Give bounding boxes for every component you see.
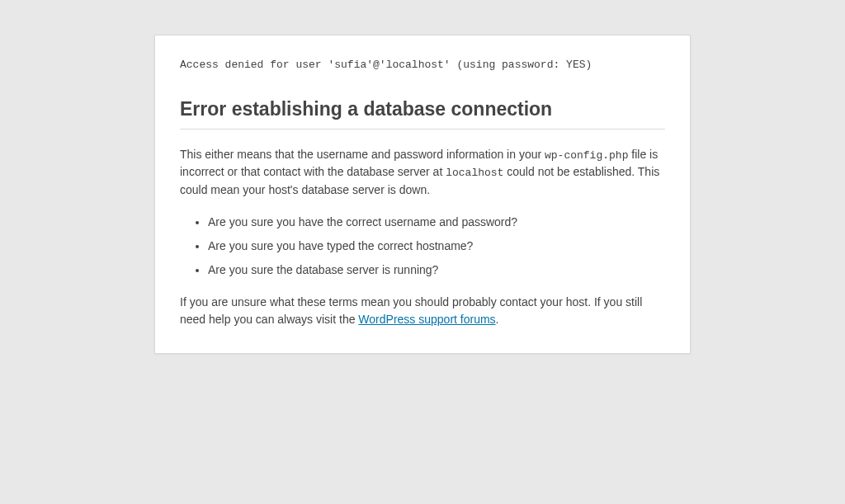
hostname-code: localhost <box>446 167 503 179</box>
troubleshooting-list: Are you sure you have the correct userna… <box>180 214 665 279</box>
intro-text-1: This either means that the username and … <box>180 148 545 161</box>
support-forums-link[interactable]: WordPress support forums <box>358 313 495 326</box>
error-heading: Error establishing a database connection <box>180 98 665 130</box>
error-page-container: Access denied for user 'sufia'@'localhos… <box>154 35 691 354</box>
config-file-code: wp-config.php <box>545 149 628 162</box>
outro-text-2: . <box>496 313 499 326</box>
list-item: Are you sure the database server is runn… <box>208 261 665 279</box>
database-error-message: Access denied for user 'sufia'@'localhos… <box>180 57 665 73</box>
list-item: Are you sure you have typed the correct … <box>208 238 665 255</box>
list-item: Are you sure you have the correct userna… <box>208 214 665 231</box>
error-outro-paragraph: If you are unsure what these terms mean … <box>180 294 665 328</box>
error-intro-paragraph: This either means that the username and … <box>180 146 665 199</box>
